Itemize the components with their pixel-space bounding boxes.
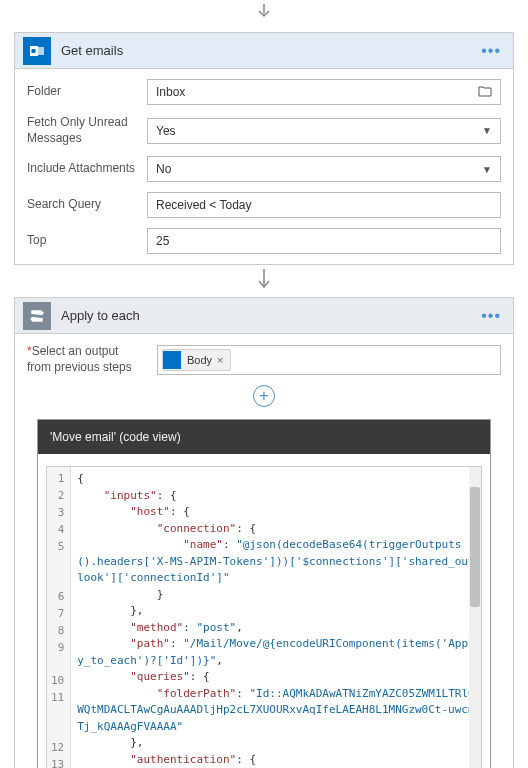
card-menu-button[interactable]: •••	[477, 307, 505, 325]
field-row-top: Top 25	[27, 228, 501, 254]
card-header[interactable]: Apply to each •••	[15, 298, 513, 334]
chevron-down-icon: ▼	[482, 125, 492, 136]
code-content[interactable]: { "inputs": { "host": { "connection": { …	[71, 467, 481, 768]
action-card-get-emails: Get emails ••• Folder Inbox Fetch Only U…	[14, 32, 514, 265]
card-body: Folder Inbox Fetch Only Unread Messages …	[15, 69, 513, 264]
select-output-label: *Select an output from previous steps	[27, 344, 157, 375]
select-output-row: *Select an output from previous steps Bo…	[27, 344, 501, 375]
field-row-search-query: Search Query Received < Today	[27, 192, 501, 218]
field-label: Folder	[27, 84, 147, 100]
outlook-icon	[163, 351, 181, 369]
token-label: Body	[187, 354, 212, 366]
field-label: Fetch Only Unread Messages	[27, 115, 147, 146]
action-card-apply-to-each: Apply to each ••• *Select an output from…	[14, 297, 514, 768]
field-value: Inbox	[156, 85, 185, 99]
token-body[interactable]: Body ×	[162, 349, 231, 371]
fetch-unread-select[interactable]: Yes ▼	[147, 118, 501, 144]
code-card-title: 'Move email' (code view)	[50, 430, 181, 444]
select-output-input[interactable]: Body ×	[157, 345, 501, 375]
loop-icon	[23, 302, 51, 330]
flow-arrow	[0, 269, 528, 293]
folder-input[interactable]: Inbox	[147, 79, 501, 105]
search-query-input[interactable]: Received < Today	[147, 192, 501, 218]
field-row-folder: Folder Inbox	[27, 79, 501, 105]
field-value: No	[156, 162, 171, 176]
svg-rect-2	[32, 49, 36, 53]
code-card-body: 123456789101112131415 { "inputs": { "hos…	[38, 454, 490, 768]
include-attachments-select[interactable]: No ▼	[147, 156, 501, 182]
flow-arrow-incoming	[0, 4, 528, 28]
card-menu-button[interactable]: •••	[477, 42, 505, 60]
field-label: Include Attachments	[27, 161, 147, 177]
code-scrollbar-thumb[interactable]	[470, 487, 480, 607]
field-label: Search Query	[27, 197, 147, 213]
code-scrollbar[interactable]	[469, 467, 481, 768]
outlook-icon	[23, 37, 51, 65]
field-row-fetch-unread: Fetch Only Unread Messages Yes ▼	[27, 115, 501, 146]
code-gutter: 123456789101112131415	[47, 467, 71, 768]
top-input[interactable]: 25	[147, 228, 501, 254]
chevron-down-icon: ▼	[482, 164, 492, 175]
field-row-include-attachments: Include Attachments No ▼	[27, 156, 501, 182]
card-body: *Select an output from previous steps Bo…	[15, 334, 513, 768]
inner-actions: 'Move email' (code view) 123456789101112…	[27, 419, 501, 768]
add-step-row: +	[27, 385, 501, 407]
code-card-header[interactable]: 'Move email' (code view)	[38, 420, 490, 454]
svg-rect-1	[38, 47, 44, 55]
token-remove-icon[interactable]: ×	[217, 354, 223, 366]
action-card-move-email-code: 'Move email' (code view) 123456789101112…	[37, 419, 491, 768]
field-value: Yes	[156, 124, 176, 138]
code-editor[interactable]: 123456789101112131415 { "inputs": { "hos…	[46, 466, 482, 768]
card-header[interactable]: Get emails •••	[15, 33, 513, 69]
folder-picker-icon[interactable]	[478, 85, 492, 100]
field-label: Top	[27, 233, 147, 249]
card-title: Get emails	[61, 43, 477, 58]
field-value: Received < Today	[156, 198, 252, 212]
add-step-button[interactable]: +	[253, 385, 275, 407]
field-value: 25	[156, 234, 169, 248]
card-title: Apply to each	[61, 308, 477, 323]
